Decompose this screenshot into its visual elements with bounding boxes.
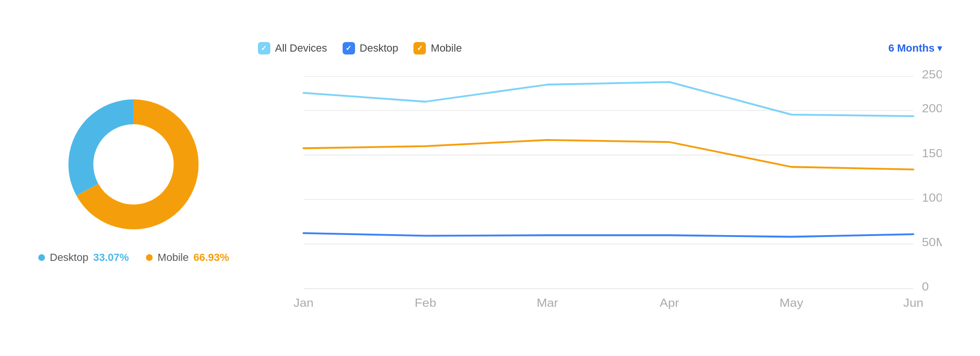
svg-text:Jan: Jan — [293, 296, 313, 309]
desktop-pct: 33.07% — [93, 251, 129, 264]
desktop-checkbox[interactable]: ✓ — [343, 42, 355, 54]
mobile-checkbox[interactable]: ✓ — [413, 42, 426, 54]
mobile-pct: 66.93% — [193, 251, 229, 264]
period-label: 6 Months — [888, 42, 935, 54]
svg-text:Apr: Apr — [659, 296, 679, 309]
mobile-dot — [146, 254, 153, 261]
legend-desktop: Desktop 33.07% — [38, 251, 129, 264]
desktop-label: Desktop — [360, 42, 399, 54]
svg-text:150M: 150M — [922, 146, 942, 159]
period-selector[interactable]: 6 Months ▾ — [888, 42, 942, 54]
line-chart: 0 50M 100M 150M 200M 250M Jan Feb Mar Ap… — [258, 66, 942, 314]
svg-text:100M: 100M — [922, 191, 942, 204]
legend-desktop: ✓ Desktop — [343, 42, 399, 54]
legend-mobile: Mobile 66.93% — [146, 251, 229, 264]
legend-all-devices: ✓ All Devices — [258, 42, 327, 54]
svg-text:Mar: Mar — [536, 296, 558, 309]
svg-text:0: 0 — [922, 280, 929, 293]
svg-text:200M: 200M — [922, 102, 942, 115]
donut-hole — [94, 125, 173, 204]
line-chart-legend: ✓ All Devices ✓ Desktop ✓ Mobile — [258, 42, 462, 54]
desktop-label: Desktop — [50, 251, 89, 264]
left-panel: Desktop 33.07% Mobile 66.93% — [38, 93, 229, 264]
mobile-label: Mobile — [157, 251, 189, 264]
svg-text:Jun: Jun — [903, 296, 923, 309]
svg-text:Feb: Feb — [414, 296, 436, 309]
chart-header: ✓ All Devices ✓ Desktop ✓ Mobile 6 Month… — [258, 42, 942, 54]
chevron-down-icon: ▾ — [937, 43, 942, 54]
svg-text:May: May — [780, 296, 803, 309]
all-devices-line — [303, 82, 913, 116]
mobile-label: Mobile — [431, 42, 462, 54]
all-devices-label: All Devices — [275, 42, 327, 54]
chart-legend: Desktop 33.07% Mobile 66.93% — [38, 251, 229, 264]
desktop-line — [303, 233, 913, 237]
main-container: Desktop 33.07% Mobile 66.93% ✓ All Devic… — [0, 23, 980, 334]
donut-chart — [62, 93, 205, 236]
svg-text:250M: 250M — [922, 68, 942, 81]
right-panel: ✓ All Devices ✓ Desktop ✓ Mobile 6 Month… — [258, 42, 942, 314]
all-devices-checkbox[interactable]: ✓ — [258, 42, 270, 54]
legend-mobile: ✓ Mobile — [413, 42, 462, 54]
desktop-dot — [38, 254, 45, 261]
svg-text:50M: 50M — [922, 236, 942, 248]
